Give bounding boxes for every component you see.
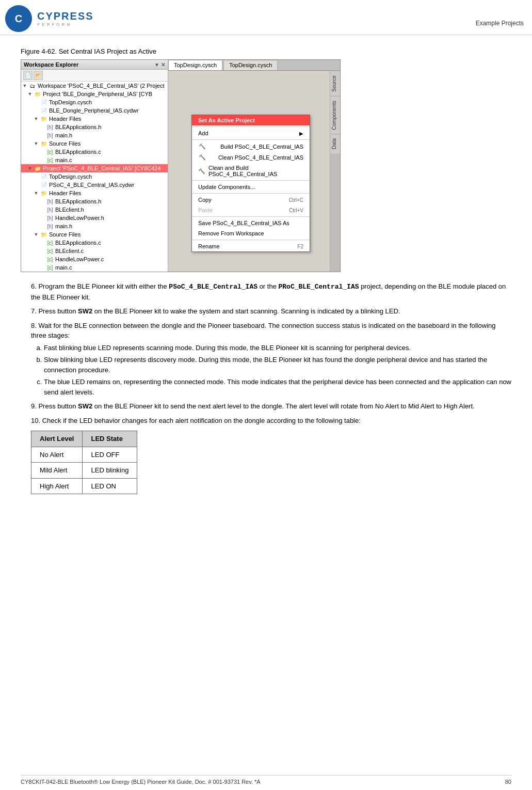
step-6-code2: PRoC_BLE_Central_IAS: [278, 283, 359, 291]
proj1-cydwr[interactable]: 📄 BLE_Dongle_Peripheral_IAS.cydwr: [21, 106, 168, 115]
side-tab-data[interactable]: Data: [330, 134, 340, 153]
pin-icon[interactable]: ▼: [154, 62, 159, 68]
proj1-topdesign[interactable]: 📄 TopDesign.cysch: [21, 98, 168, 106]
update-label: Update Components...: [198, 184, 255, 190]
proj1-src-bleapps[interactable]: [c] BLEApplications.c: [21, 148, 168, 156]
file-icon-h: [h]: [46, 123, 54, 131]
context-rename[interactable]: Rename F2: [192, 241, 310, 251]
table-row: High Alert LED ON: [31, 478, 137, 494]
context-remove[interactable]: Remove From Workspace: [192, 228, 310, 239]
alert-table: Alert Level LED State No Alert LED OFF M…: [31, 431, 137, 494]
led-state-2: LED blinking: [83, 463, 137, 479]
workspace-panel: Workspace Explorer ▼ ✕ 📄 📂 ▼ 🗂 Workspace…: [21, 60, 168, 272]
proj2-hdr-main[interactable]: [h] main.h: [21, 222, 168, 230]
file-icon-cydwr2: 📄: [40, 181, 48, 188]
close-icon[interactable]: ✕: [161, 62, 165, 68]
context-set-active[interactable]: Set As Active Project: [192, 115, 310, 125]
tree-area: ▼ 🗂 Workspace 'PSoC_4_BLE_Central_IAS' (…: [21, 82, 168, 272]
tab-2[interactable]: TopDesign.cysch: [223, 60, 278, 70]
folder-icon-src1: 📁: [40, 140, 48, 147]
proj2-header-label: Header Files: [49, 190, 81, 196]
context-paste: Paste Ctrl+V: [192, 205, 310, 215]
add-label: Add: [198, 130, 208, 136]
svg-text:C: C: [15, 13, 22, 24]
proj1-header-files[interactable]: ▼ 📁 Header Files: [21, 115, 168, 123]
project2-icon: 📁: [34, 165, 42, 172]
copy-label: Copy: [198, 197, 212, 203]
file-icon-c5: [c]: [46, 256, 54, 263]
proj2-hdr-bleapps[interactable]: [h] BLEApplications.h: [21, 197, 168, 206]
proj2-src-bleclient[interactable]: [c] BLEclient.c: [21, 247, 168, 255]
right-panel: TopDesign.cysch TopDesign.cysch Set As A…: [168, 60, 340, 272]
proj2-topdesign[interactable]: 📄 TopDesign.cysch: [21, 172, 168, 181]
context-update[interactable]: Update Components...: [192, 182, 310, 192]
proj1-hdr-bleapps-label: BLEApplications.h: [55, 124, 101, 130]
tree-root[interactable]: ▼ 🗂 Workspace 'PSoC_4_BLE_Central_IAS' (…: [21, 82, 168, 90]
rename-shortcut: F2: [297, 244, 303, 249]
menu-divider-6: [192, 240, 310, 240]
context-copy[interactable]: Copy Ctrl+C: [192, 195, 310, 205]
context-clean[interactable]: 🔨 Clean PSoC_4_BLE_Central_IAS: [192, 152, 310, 163]
proj2-hdr-handlelp-label: HandleLowPower.h: [55, 215, 104, 221]
proj2-source-label: Source Files: [49, 231, 80, 238]
proj1-src-main[interactable]: [c] main.c: [21, 156, 168, 164]
logo-sub-text: PERFORM: [37, 22, 94, 27]
proj2-src-handlelp-label: HandleLowPower.c: [55, 256, 104, 262]
proj2-cydwr[interactable]: 📄 PSoC_4_BLE_Central_IAS.cydwr: [21, 181, 168, 189]
tree-arrow-proj1: ▼: [27, 91, 33, 97]
proj2-header-files[interactable]: ▼ 📁 Header Files: [21, 189, 168, 197]
proj2-src-bleapps[interactable]: [c] BLEApplications.c: [21, 239, 168, 247]
alert-level-2: Mild Alert: [31, 463, 83, 479]
set-active-label: Set As Active Project: [198, 117, 255, 123]
step-9-text: 9. Press button SW2 on the BLE Pioneer k…: [31, 401, 511, 412]
menu-divider-2: [192, 139, 310, 140]
main-content: Figure 4-62. Set Central IAS Project as …: [0, 35, 532, 510]
file-icon-h5: [h]: [46, 214, 54, 222]
tree-arrow-proj2: ▼: [27, 166, 33, 171]
step-6-number: 6. Program the BLE Pioneer kit with eith…: [31, 282, 169, 290]
proj1-hdr-main-label: main.h: [55, 132, 72, 138]
workspace-header-icons: ▼ ✕: [154, 62, 165, 68]
step-7-sw2: SW2: [78, 307, 92, 315]
tab-1[interactable]: TopDesign.cysch: [168, 60, 222, 70]
menu-divider-3: [192, 180, 310, 181]
logo-icon: C: [4, 4, 34, 33]
proj2-hdr-main-label: main.h: [55, 223, 72, 229]
side-tab-source[interactable]: Source: [330, 71, 340, 96]
proj2-src-handlelp[interactable]: [c] HandleLowPower.c: [21, 255, 168, 263]
proj2-src-main[interactable]: [c] main.c: [21, 263, 168, 272]
page-footer: CY8CKIT-042-BLE Bluetooth® Low Energy (B…: [21, 775, 511, 785]
toolbar-icon-2[interactable]: 📂: [34, 71, 43, 80]
save-as-label: Save PSoC_4_BLE_Central_IAS As: [198, 220, 289, 226]
figure-caption: Figure 4-62. Set Central IAS Project as …: [21, 48, 511, 55]
proj1-source-label: Source Files: [49, 140, 80, 147]
project2-item[interactable]: ▼ 📁 Project 'PSoC_4_BLE_Central_IAS' [CY…: [21, 164, 168, 172]
file-icon-c4: [c]: [46, 247, 54, 255]
copy-shortcut: Ctrl+C: [288, 197, 303, 203]
tab-bar: TopDesign.cysch TopDesign.cysch: [168, 60, 340, 71]
step-6: 6. Program the BLE Pioneer kit with eith…: [31, 281, 511, 302]
proj2-source-files[interactable]: ▼ 📁 Source Files: [21, 230, 168, 239]
workspace-header: Workspace Explorer ▼ ✕: [21, 60, 168, 70]
proj1-source-files[interactable]: ▼ 📁 Source Files: [21, 139, 168, 148]
context-add[interactable]: Add ▶: [192, 128, 310, 138]
project1-item[interactable]: ▼ 📁 Project 'BLE_Dongle_Peripheral_IAS' …: [21, 90, 168, 98]
folder-icon-src2: 📁: [40, 231, 48, 238]
side-tab-components[interactable]: Components: [330, 96, 340, 134]
toolbar-icon-1[interactable]: 📄: [23, 71, 33, 80]
context-clean-build[interactable]: 🔨 Clean and Build PSoC_4_BLE_Central_IAS: [192, 163, 310, 179]
proj1-header-label: Header Files: [49, 116, 81, 122]
proj2-hdr-handlelp[interactable]: [h] HandleLowPower.h: [21, 214, 168, 222]
step-8-a: Fast blinking blue LED represents scanni…: [44, 343, 511, 353]
remove-label: Remove From Workspace: [198, 230, 264, 236]
context-save-as[interactable]: Save PSoC_4_BLE_Central_IAS As: [192, 218, 310, 228]
file-icon-c6: [c]: [46, 264, 54, 271]
file-icon-h3: [h]: [46, 198, 54, 205]
step-8: 8. Wait for the BLE connection between t…: [31, 321, 511, 398]
context-build[interactable]: 🔨 Build PSoC_4_BLE_Central_IAS: [192, 141, 310, 152]
proj2-hdr-bleclient[interactable]: [h] BLEclient.h: [21, 206, 168, 214]
proj1-hdr-main[interactable]: [h] main.h: [21, 131, 168, 139]
proj1-hdr-bleapps[interactable]: [h] BLEApplications.h: [21, 123, 168, 131]
table-header-row: Alert Level LED State: [31, 431, 137, 447]
step-6-text: 6. Program the BLE Pioneer kit with eith…: [31, 281, 511, 302]
